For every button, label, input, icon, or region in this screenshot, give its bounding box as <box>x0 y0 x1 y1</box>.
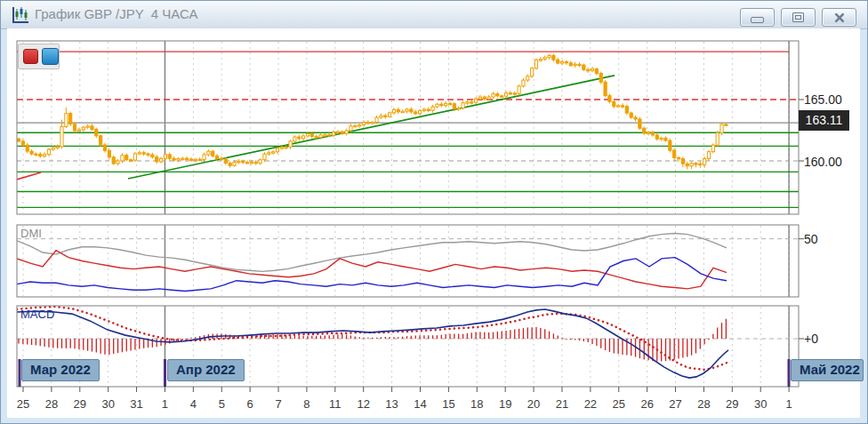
x-axis-label: 8 <box>293 397 320 411</box>
x-axis-label: 22 <box>577 397 604 411</box>
month-label-may: Май 2022 <box>791 359 864 381</box>
macd-histogram <box>19 319 726 362</box>
x-axis-label: 18 <box>463 397 490 411</box>
x-axis-label: 27 <box>663 397 689 411</box>
application-window: График GBP /JPY 4 ЧАСА 165.00 163.11 160… <box>0 0 868 424</box>
current-price-box: 163.11 <box>799 110 849 131</box>
dmi-line--di <box>17 258 727 292</box>
chart-canvas[interactable] <box>1 1 867 423</box>
chart-toolbar <box>18 44 60 69</box>
x-axis-label: 15 <box>435 397 462 411</box>
x-axis-label: 4 <box>180 397 206 411</box>
x-axis-label: 20 <box>520 397 547 411</box>
x-axis-label: 1 <box>151 397 178 411</box>
x-axis-label: 28 <box>690 397 717 411</box>
red-marker-button[interactable] <box>23 49 38 64</box>
macd-panel-label: MACD <box>20 308 54 321</box>
macd-line <box>17 309 728 378</box>
dmi-line-+di <box>17 251 727 289</box>
x-axis-label: 14 <box>407 397 434 411</box>
price-axis-label-165: 165.00 <box>804 92 842 107</box>
x-axis-label: 21 <box>549 397 575 411</box>
month-label-mar: Мар 2022 <box>21 359 100 381</box>
dmi-panel-label: DMI <box>20 227 42 240</box>
x-axis-label: 30 <box>95 397 122 411</box>
x-axis-label: 7 <box>265 397 292 411</box>
x-axis-label: 19 <box>492 397 518 411</box>
x-axis-label: 6 <box>237 397 263 411</box>
x-axis-label: 11 <box>322 397 349 411</box>
x-axis-label: 25 <box>606 397 632 411</box>
x-axis-label: 31 <box>124 397 150 411</box>
x-axis-label: 5 <box>208 397 235 411</box>
price-levels <box>17 52 799 339</box>
trendlines <box>17 76 615 180</box>
x-axis-label: 25 <box>10 397 36 411</box>
x-axis-label: 29 <box>67 397 93 411</box>
price-axis-label-160: 160.00 <box>804 155 842 169</box>
macd-panel <box>17 306 799 387</box>
dmi-axis-label-50: 50 <box>804 232 818 246</box>
price-panel <box>17 41 799 214</box>
x-axis-label: 28 <box>38 397 65 411</box>
x-axis-label: 29 <box>719 397 745 411</box>
x-axis-label: 12 <box>350 397 377 411</box>
x-axis-label: 13 <box>379 397 406 411</box>
x-axis-label: 1 <box>776 397 802 411</box>
month-label-apr: Апр 2022 <box>167 359 245 381</box>
candles <box>17 53 727 169</box>
x-axis-label: 30 <box>747 397 774 411</box>
macd-axis-label-zero: +0 <box>804 332 818 346</box>
x-axis-label: 26 <box>634 397 661 411</box>
blue-marker-button[interactable] <box>42 48 59 65</box>
